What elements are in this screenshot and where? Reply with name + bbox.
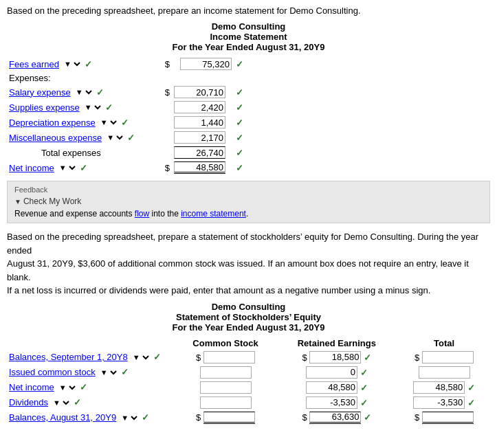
salary-link[interactable]: Salary expense: [9, 87, 71, 98]
issued-cs-input[interactable]: [200, 366, 252, 379]
balance-aug-link[interactable]: Balances, August 31, 20Y9: [9, 412, 116, 423]
col-cs-header: Common Stock: [175, 337, 275, 350]
balance-aug-dropdown[interactable]: ▼: [118, 413, 140, 423]
miscellaneous-check2: ✓: [236, 133, 243, 143]
equity-net-total-check: ✓: [467, 382, 475, 392]
col-total-header: Total: [398, 337, 490, 350]
bal-sep1-re-check: ✓: [364, 352, 371, 362]
dividends-link[interactable]: Dividends: [9, 397, 48, 407]
equity-net-total-input[interactable]: [413, 381, 465, 394]
total-expenses-label: Total expenses: [41, 148, 101, 158]
bal-aug-re-dollar: $: [302, 412, 307, 422]
intro-text-1: Based on the preceding spreadsheet, prep…: [7, 5, 490, 16]
intro2-line2: August 31, 20Y9, $3,600 of additional co…: [7, 258, 469, 282]
check-my-work: ▼ Check My Work: [14, 197, 483, 206]
balance-aug-check: ✓: [142, 412, 149, 423]
supplies-expense-row: Supplies expense ▼ ✓ ✓: [7, 100, 490, 115]
depreciation-expense-row: Depreciation expense ▼ ✓ ✓: [7, 115, 490, 130]
net-income-dollar: $: [165, 163, 170, 173]
depreciation-link[interactable]: Depreciation expense: [9, 117, 96, 128]
expenses-label: Expenses:: [9, 73, 51, 83]
supplies-input[interactable]: [174, 101, 225, 113]
bal-aug-re-input[interactable]: [309, 412, 361, 424]
salary-dropdown[interactable]: ▼: [73, 87, 94, 97]
net-income-link[interactable]: Net income: [9, 163, 54, 173]
total-expenses-row: Total expenses ✓: [7, 145, 490, 160]
dividends-dropdown[interactable]: ▼: [50, 398, 71, 407]
feedback-text-after: .: [246, 209, 248, 219]
miscellaneous-expense-row: Miscellaneous expense ▼ ✓ ✓: [7, 130, 490, 145]
col-re-header: Retained Earnings: [276, 337, 399, 350]
equity-col-headers: Common Stock Retained Earnings Total: [7, 337, 490, 350]
intro2-line3: If a net loss is incurred or dividends w…: [7, 285, 430, 295]
supplies-dropdown[interactable]: ▼: [82, 102, 103, 112]
net-income-input[interactable]: [174, 161, 225, 174]
bal-sep1-re-input[interactable]: [309, 351, 361, 363]
fees-earned-dropdown[interactable]: ▼: [61, 59, 82, 69]
issued-stock-check: ✓: [121, 367, 129, 377]
net-income-dropdown[interactable]: ▼: [56, 163, 78, 172]
bal-aug-cs-dollar: $: [196, 412, 201, 422]
net-income-row: Net income ▼ ✓ $ ✓: [7, 160, 490, 175]
balance-aug-row: Balances, August 31, 20Y9 ▼ ✓ $ $ ✓ $: [7, 410, 490, 425]
dividends-total-input[interactable]: [413, 396, 465, 409]
bal-aug-cs-input[interactable]: [203, 412, 255, 424]
equity-net-income-dropdown[interactable]: ▼: [56, 383, 78, 392]
intro-text-2: Based on the preceding spreadsheet, prep…: [7, 230, 490, 298]
balance-sep1-link[interactable]: Balances, September 1, 20Y8: [9, 352, 128, 362]
income-statement-table: Fees earned ▼ ✓ $ ✓ Expenses: Salary exp…: [7, 56, 490, 175]
feedback-text-before: Revenue and expense accounts: [14, 209, 135, 219]
issued-total-input[interactable]: [419, 366, 470, 379]
depreciation-input[interactable]: [174, 116, 225, 128]
equity-net-re-input[interactable]: [306, 381, 357, 394]
dividends-check: ✓: [74, 397, 81, 407]
dividends-re-input[interactable]: [306, 396, 357, 409]
feedback-box: Feedback ▼ Check My Work Revenue and exp…: [7, 181, 490, 223]
statement-type-2: Statement of Stockholders’ Equity: [7, 312, 490, 322]
bal-aug-total-dollar: $: [415, 412, 419, 422]
dividends-row: Dividends ▼ ✓ ✓ ✓: [7, 395, 490, 410]
total-expenses-input[interactable]: [174, 146, 225, 159]
check-work-label: Check My Work: [23, 197, 81, 206]
supplies-link[interactable]: Supplies expense: [9, 102, 80, 113]
expenses-header-row: Expenses:: [7, 71, 490, 85]
fees-earned-check: ✓: [85, 59, 92, 69]
income-statement-link[interactable]: income statement: [181, 209, 246, 219]
miscellaneous-input[interactable]: [174, 131, 225, 144]
miscellaneous-dropdown[interactable]: ▼: [104, 133, 125, 142]
bal-sep1-total-dollar: $: [415, 352, 419, 362]
supplies-check: ✓: [105, 102, 113, 113]
statement-type-1: Income Statement: [7, 32, 490, 42]
net-income-check2: ✓: [236, 163, 243, 173]
balance-sep1-dropdown[interactable]: ▼: [130, 352, 151, 362]
fees-dollar: $: [165, 59, 170, 69]
fees-earned-check2: ✓: [236, 59, 243, 69]
bal-sep1-total-input[interactable]: [422, 351, 474, 363]
equity-net-income-link[interactable]: Net income: [9, 382, 54, 392]
issued-re-input[interactable]: [306, 366, 357, 379]
equity-net-cs-input[interactable]: [200, 381, 252, 394]
bal-aug-total-input[interactable]: [422, 412, 474, 424]
salary-input[interactable]: [174, 86, 225, 98]
supplies-check2: ✓: [236, 102, 243, 113]
fees-earned-input[interactable]: [180, 58, 232, 70]
fees-earned-row: Fees earned ▼ ✓ $ ✓: [7, 56, 490, 71]
period-2: For the Year Ended August 31, 20Y9: [7, 322, 490, 333]
equity-net-re-check: ✓: [360, 382, 368, 392]
equity-table: Common Stock Retained Earnings Total Bal…: [7, 337, 490, 425]
salary-check: ✓: [96, 87, 104, 98]
bal-sep1-cs-input[interactable]: [203, 351, 255, 363]
flow-link[interactable]: flow: [135, 209, 149, 219]
depreciation-check: ✓: [121, 117, 129, 128]
miscellaneous-link[interactable]: Miscellaneous expense: [9, 133, 102, 143]
fees-earned-link[interactable]: Fees earned: [9, 59, 59, 69]
salary-dollar: $: [165, 87, 170, 98]
issued-stock-dropdown[interactable]: ▼: [98, 368, 119, 377]
dividends-cs-input[interactable]: [200, 396, 252, 409]
depreciation-dropdown[interactable]: ▼: [98, 117, 119, 127]
bal-aug-re-check: ✓: [364, 412, 371, 422]
issued-stock-link[interactable]: Issued common stock: [9, 367, 96, 377]
income-statement-header: Demo Consulting Income Statement For the…: [7, 21, 490, 52]
bal-sep1-cs-dollar: $: [196, 352, 201, 362]
equity-net-income-row: Net income ▼ ✓ ✓ ✓: [7, 380, 490, 395]
